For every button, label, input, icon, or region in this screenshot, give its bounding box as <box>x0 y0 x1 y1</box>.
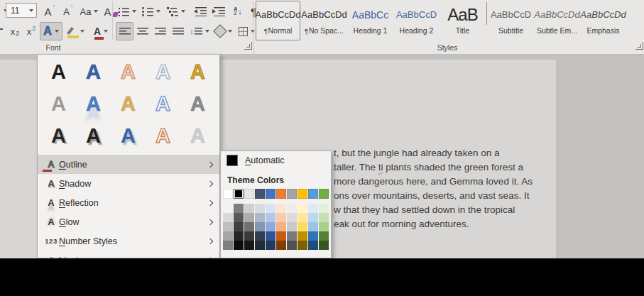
color-variant-swatch[interactable] <box>308 231 318 241</box>
font-size-combo[interactable]: 11 <box>6 3 37 18</box>
style-heading-1[interactable]: AaBbCc Heading 1 <box>348 1 393 40</box>
color-variant-swatch[interactable] <box>287 204 297 213</box>
line-spacing-button[interactable]: ↕ <box>187 22 212 40</box>
color-variant-swatch[interactable] <box>255 213 265 222</box>
text-line[interactable]: more dangerous here, and Gemma loved it.… <box>334 175 533 189</box>
color-variant-swatch[interactable] <box>244 222 254 231</box>
color-variant-swatch[interactable] <box>255 241 265 250</box>
font-size-caret-icon[interactable] <box>29 9 33 12</box>
color-variant-swatch[interactable] <box>223 204 233 213</box>
menu-item-reflection[interactable]: A Reflection <box>38 193 219 212</box>
color-variant-swatch[interactable] <box>287 213 297 222</box>
color-variant-swatch[interactable] <box>319 231 329 241</box>
borders-button[interactable] <box>235 22 258 40</box>
theme-color-swatch[interactable] <box>319 189 329 199</box>
color-variant-swatch[interactable] <box>266 204 275 213</box>
color-variant-swatch[interactable] <box>287 231 297 241</box>
text-effect-option[interactable]: A <box>76 120 111 152</box>
color-variant-swatch[interactable] <box>223 241 233 250</box>
text-effect-option[interactable]: A <box>180 56 215 88</box>
color-variant-swatch[interactable] <box>319 241 329 250</box>
color-variant-swatch[interactable] <box>223 222 233 231</box>
color-variant-swatch[interactable] <box>298 241 307 250</box>
menu-item-automatic[interactable]: Automatic <box>221 151 331 170</box>
color-variant-swatch[interactable] <box>244 231 254 241</box>
color-variant-swatch[interactable] <box>244 204 254 213</box>
color-variant-swatch[interactable] <box>266 241 275 250</box>
color-variant-swatch[interactable] <box>255 231 265 241</box>
text-line[interactable]: ons over mountains, deserts, and vast se… <box>334 189 533 203</box>
text-effect-option[interactable]: A <box>180 88 215 120</box>
text-effects-button[interactable]: A <box>40 22 62 40</box>
color-variant-swatch[interactable] <box>298 213 307 222</box>
color-variant-swatch[interactable] <box>266 231 275 241</box>
menu-item-shadow[interactable]: A Shadow <box>38 174 219 193</box>
color-variant-swatch[interactable] <box>276 213 286 222</box>
style-partial[interactable]: A <box>627 1 644 40</box>
color-variant-swatch[interactable] <box>244 241 254 250</box>
text-effect-option[interactable]: A <box>146 120 180 152</box>
color-variant-swatch[interactable] <box>287 222 297 231</box>
color-variant-swatch[interactable] <box>255 222 265 231</box>
color-variant-swatch[interactable] <box>266 222 275 231</box>
color-variant-swatch[interactable] <box>308 204 318 213</box>
text-line[interactable]: w that they had settled down in the trop… <box>334 203 533 217</box>
text-effect-option[interactable]: A <box>180 120 215 152</box>
text-line[interactable]: taller. The ti plants shaded the green f… <box>334 160 533 175</box>
style-no-spacing[interactable]: AaBbCcDd ¶No Spac... <box>302 1 346 40</box>
menu-item-outline[interactable]: A Outline <box>38 155 219 174</box>
theme-color-swatch[interactable] <box>223 189 233 199</box>
style-title[interactable]: AaB Title <box>440 1 485 40</box>
text-highlight-button[interactable] <box>64 22 88 40</box>
text-effect-option[interactable]: A <box>146 56 180 88</box>
color-variant-swatch[interactable] <box>255 204 265 213</box>
multilevel-list-button[interactable] <box>164 2 188 21</box>
color-variant-swatch[interactable] <box>319 204 329 213</box>
color-variant-swatch[interactable] <box>223 213 233 222</box>
color-variant-swatch[interactable] <box>298 204 307 213</box>
color-variant-swatch[interactable] <box>319 213 329 222</box>
color-variant-swatch[interactable] <box>234 213 244 222</box>
text-effect-option[interactable]: A <box>76 56 111 88</box>
theme-color-swatch[interactable] <box>266 189 275 199</box>
font-color-button[interactable]: A <box>89 22 112 40</box>
justify-button[interactable] <box>169 22 187 40</box>
decrease-indent-button[interactable] <box>192 2 210 21</box>
color-variant-swatch[interactable] <box>298 222 307 231</box>
change-case-button[interactable]: Aa <box>77 2 102 21</box>
color-variant-swatch[interactable] <box>276 231 286 241</box>
shading-button[interactable] <box>212 22 235 40</box>
document-text[interactable]: t, but the jungle had already taken on a… <box>334 146 533 231</box>
color-variant-swatch[interactable] <box>234 222 244 231</box>
styles-dialog-launcher-icon[interactable] <box>635 42 643 50</box>
style-subtle-emphasis[interactable]: AaBbCcDd Subtle Em... <box>535 1 579 40</box>
text-effect-option[interactable]: A <box>146 88 180 120</box>
style-normal[interactable]: AaBbCcDd ¶Normal <box>256 1 300 40</box>
color-variant-swatch[interactable] <box>244 213 254 222</box>
color-variant-swatch[interactable] <box>276 222 286 231</box>
color-variant-swatch[interactable] <box>234 231 244 241</box>
text-effect-option[interactable]: A <box>76 88 111 120</box>
align-right-button[interactable] <box>151 22 169 40</box>
color-variant-swatch[interactable] <box>234 204 244 213</box>
subscript-button[interactable]: x2 <box>6 22 23 40</box>
color-variant-swatch[interactable] <box>223 231 233 241</box>
text-effect-option[interactable]: A <box>111 88 146 120</box>
align-left-button[interactable] <box>116 22 133 40</box>
color-variant-swatch[interactable] <box>234 241 244 250</box>
color-variant-swatch[interactable] <box>276 241 286 250</box>
color-variant-swatch[interactable] <box>319 222 329 231</box>
increase-indent-button[interactable] <box>210 2 229 21</box>
color-variant-swatch[interactable] <box>298 231 307 241</box>
color-variant-swatch[interactable] <box>266 213 275 222</box>
color-variant-swatch[interactable] <box>308 241 318 250</box>
style-emphasis[interactable]: AaBbCcDd Emphasis <box>581 1 626 40</box>
color-variant-swatch[interactable] <box>287 241 297 250</box>
theme-color-swatch[interactable] <box>255 189 265 199</box>
theme-color-swatch[interactable] <box>308 189 318 199</box>
theme-color-swatch[interactable] <box>298 189 307 199</box>
grow-font-button[interactable]: Aˆ <box>40 2 60 21</box>
style-subtitle[interactable]: AaBbCcD Subtitle <box>489 1 533 40</box>
theme-color-swatch[interactable] <box>287 189 297 199</box>
align-center-button[interactable] <box>133 22 151 40</box>
